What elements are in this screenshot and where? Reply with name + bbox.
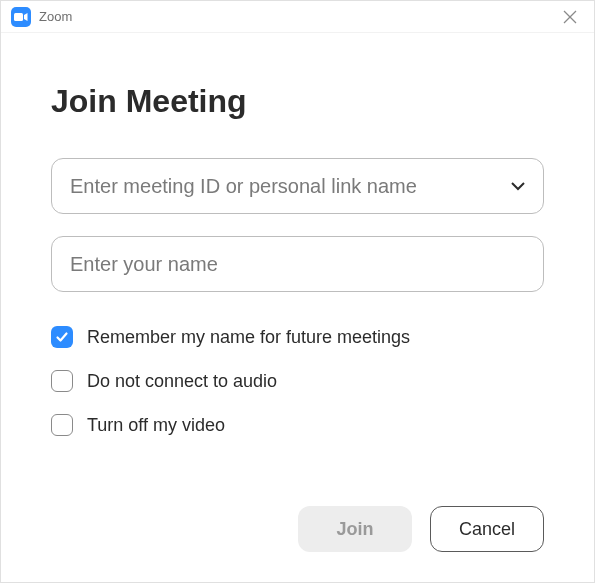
no-audio-label: Do not connect to audio xyxy=(87,371,277,392)
page-title: Join Meeting xyxy=(51,83,544,120)
checkbox-checked-icon xyxy=(51,326,73,348)
titlebar-title: Zoom xyxy=(39,9,72,24)
no-audio-checkbox[interactable]: Do not connect to audio xyxy=(51,370,544,392)
meeting-id-field-wrap xyxy=(51,158,544,214)
remember-name-label: Remember my name for future meetings xyxy=(87,327,410,348)
checkbox-unchecked-icon xyxy=(51,370,73,392)
join-meeting-dialog: Zoom Join Meeting xyxy=(0,0,595,583)
cancel-button[interactable]: Cancel xyxy=(430,506,544,552)
close-icon xyxy=(563,10,577,24)
meeting-id-input[interactable] xyxy=(51,158,544,214)
join-button[interactable]: Join xyxy=(298,506,412,552)
svg-rect-0 xyxy=(14,13,23,21)
zoom-app-icon xyxy=(11,7,31,27)
dialog-content: Join Meeting Remember my name for future… xyxy=(1,33,594,582)
no-video-checkbox[interactable]: Turn off my video xyxy=(51,414,544,436)
no-video-label: Turn off my video xyxy=(87,415,225,436)
checkbox-unchecked-icon xyxy=(51,414,73,436)
name-field-wrap xyxy=(51,236,544,292)
button-row: Join Cancel xyxy=(51,486,544,552)
join-button-label: Join xyxy=(336,519,373,540)
remember-name-checkbox[interactable]: Remember my name for future meetings xyxy=(51,326,544,348)
name-input[interactable] xyxy=(51,236,544,292)
cancel-button-label: Cancel xyxy=(459,519,515,540)
close-button[interactable] xyxy=(556,3,584,31)
titlebar: Zoom xyxy=(1,1,594,33)
